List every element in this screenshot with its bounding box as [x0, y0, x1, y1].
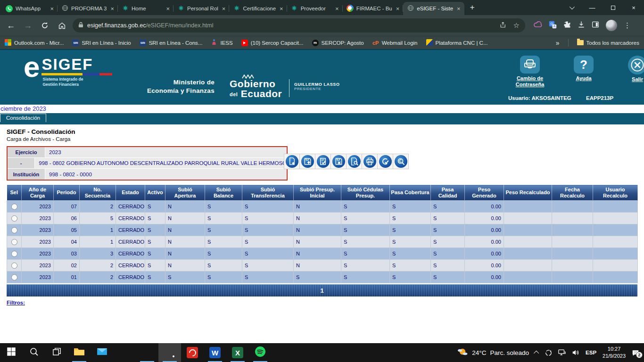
select-row-radio[interactable] — [11, 274, 17, 280]
profile-avatar[interactable] — [606, 20, 617, 31]
select-row-radio[interactable] — [11, 263, 17, 269]
tab-close-icon[interactable]: × — [165, 5, 171, 12]
table-cell: S — [390, 236, 431, 248]
filters-link[interactable]: Filtros: — [7, 300, 25, 305]
tab-close-icon[interactable]: × — [221, 5, 227, 12]
approve-quality-button[interactable] — [377, 154, 393, 169]
bookmark-item[interactable]: SRISRI en Línea - Cons... — [140, 39, 203, 47]
language-indicator[interactable]: ESP — [586, 350, 596, 355]
table-cell: S — [390, 224, 431, 236]
preview-record-button[interactable] — [346, 154, 362, 169]
new-record-button[interactable] — [284, 154, 300, 169]
taskbar-task-view[interactable] — [45, 343, 68, 362]
close-window-button[interactable]: × — [623, 0, 644, 15]
tab-search-chevron-icon[interactable] — [561, 0, 582, 15]
bookmarks-overflow-icon[interactable]: » — [556, 39, 560, 47]
share-icon[interactable] — [500, 21, 507, 30]
address-bar[interactable]: esigef.finanzas.gob.ec/eSIGEF/menu/index… — [73, 18, 525, 33]
select-row-radio[interactable] — [11, 204, 17, 210]
table-cell: S — [341, 236, 390, 248]
taskbar-chrome[interactable] — [158, 343, 181, 362]
table-row: 2023072CERRADOSNSSNSSS0.00 — [7, 201, 638, 213]
home-icon[interactable] — [56, 22, 68, 30]
select-row-radio[interactable] — [11, 239, 17, 245]
taskbar-start[interactable] — [0, 343, 23, 362]
bookmark-item[interactable]: cPWebmail Login — [372, 39, 418, 47]
side-panel-icon[interactable] — [592, 21, 599, 30]
bookmark-item[interactable]: (10) Sercop Capacit... — [241, 39, 304, 47]
bookmark-star-icon[interactable]: ☆ — [513, 21, 520, 30]
tab-close-icon[interactable]: × — [49, 5, 55, 12]
browser-tab[interactable]: FIRMAEC - Bu× — [343, 2, 404, 15]
browser-tab[interactable]: eSIGEF - Siste× — [403, 2, 464, 15]
taskbar-mail[interactable] — [91, 343, 113, 362]
weather-widget[interactable]: 24°C Parc. soleado — [457, 348, 529, 358]
validate-record-button[interactable] — [315, 154, 331, 169]
table-cell: 2 — [80, 201, 116, 213]
taskbar-file-explorer[interactable] — [68, 343, 91, 362]
taskbar-acrobat[interactable] — [181, 343, 204, 362]
print-record-button[interactable] — [362, 154, 378, 169]
taskbar-firefox[interactable] — [113, 343, 136, 362]
reload-icon[interactable] — [39, 22, 51, 29]
table-row: 2023051CERRADOSNSSNSSS0.00 — [7, 224, 638, 236]
header-action-exit[interactable]: Salir — [618, 56, 644, 88]
download-icon[interactable] — [578, 21, 585, 30]
browser-tab[interactable]: Certificacione× — [229, 2, 287, 15]
browser-tab[interactable]: Home× — [118, 2, 173, 15]
new-tab-button[interactable]: + — [466, 1, 479, 14]
browser-menu-icon[interactable]: ⋮ — [624, 21, 631, 30]
taskbar-taskbar-search[interactable] — [23, 343, 45, 362]
delete-record-button[interactable] — [330, 154, 347, 169]
tab-close-icon[interactable]: × — [456, 5, 462, 12]
bookmark-item[interactable]: SRISRI en Línea - Inicio — [72, 39, 131, 47]
page-number[interactable]: 1 — [7, 284, 637, 296]
tab-consolidacion[interactable]: Consolidación — [0, 114, 46, 122]
maximize-button[interactable] — [603, 0, 623, 15]
notification-center-icon[interactable]: 2 — [632, 349, 639, 356]
bookmark-item[interactable]: IESS — [211, 39, 232, 47]
tray-app-icon[interactable] — [545, 349, 552, 356]
browser-tab[interactable]: PROFORMA 3× — [58, 2, 118, 15]
approve-quality-icon — [379, 155, 392, 168]
bookmark-item[interactable]: Plataforma CNC | C... — [426, 39, 488, 47]
browser-tab[interactable]: Personal Rol× — [173, 2, 229, 15]
column-header: Subió Cédulas Presup. — [341, 185, 390, 201]
network-icon[interactable] — [558, 349, 566, 356]
tab-close-icon[interactable]: × — [279, 5, 284, 12]
header-action-label[interactable]: Salir — [632, 76, 643, 82]
search-records-button[interactable] — [393, 154, 409, 169]
all-bookmarks-button[interactable]: Todos los marcadores — [577, 40, 640, 46]
header-action-password-lock[interactable]: Cambio de Contraseña — [510, 56, 550, 88]
cloud-extension-icon[interactable] — [534, 21, 542, 30]
volume-icon[interactable] — [572, 349, 579, 356]
back-icon[interactable]: ← — [5, 21, 17, 31]
minimize-button[interactable]: — — [582, 0, 603, 15]
select-row-radio[interactable] — [11, 227, 17, 233]
header-action-help[interactable]: ?Ayuda — [564, 56, 603, 88]
taskbar-clock[interactable]: 10:27 21/9/2023 — [603, 346, 626, 360]
taskbar-edge[interactable] — [136, 343, 158, 362]
taskbar-spotify[interactable] — [249, 343, 272, 362]
help-icon: ? — [574, 56, 594, 74]
tab-close-icon[interactable]: × — [395, 5, 401, 12]
table-cell — [552, 213, 593, 224]
taskbar-word[interactable]: W — [204, 343, 226, 362]
tray-chevron-up-icon[interactable] — [535, 351, 539, 354]
save-upload-button[interactable] — [299, 154, 315, 169]
browser-tab[interactable]: Proveedor× — [287, 2, 343, 15]
search-records-icon — [395, 155, 407, 168]
tab-close-icon[interactable]: × — [334, 5, 340, 12]
forward-icon[interactable]: → — [22, 21, 34, 31]
extensions-puzzle-icon[interactable] — [563, 21, 571, 30]
select-row-radio[interactable] — [11, 251, 17, 257]
translate-icon[interactable]: GA — [549, 21, 557, 31]
browser-tab[interactable]: WhatsApp× — [2, 2, 58, 15]
select-row-radio[interactable] — [11, 215, 17, 222]
bookmark-item[interactable]: Outlook.com - Micr... — [5, 39, 64, 47]
header-action-label[interactable]: Ayuda — [576, 75, 591, 82]
tab-close-icon[interactable]: × — [109, 5, 115, 12]
header-action-label[interactable]: Cambio de Contraseña — [510, 75, 550, 88]
bookmark-item[interactable]: mSERCOP: Agosto — [312, 39, 364, 47]
taskbar-excel[interactable]: X — [226, 343, 249, 362]
